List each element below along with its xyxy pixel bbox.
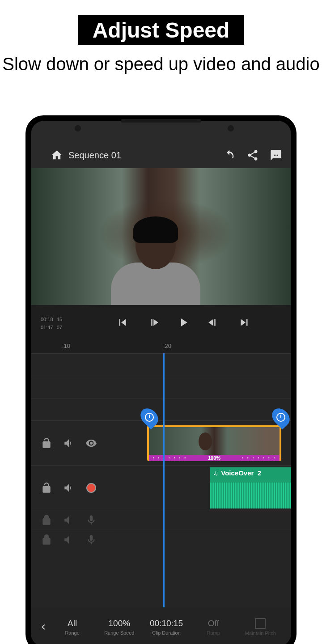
lock-icon[interactable] [41, 437, 52, 449]
skip-start-icon[interactable] [116, 316, 129, 329]
undo-icon[interactable] [223, 149, 236, 161]
mic-icon[interactable] [85, 514, 97, 526]
app-topbar: Sequence 01 [31, 142, 291, 168]
timeline-ruler[interactable]: :10 :20 [31, 340, 291, 353]
audio-track-disabled [31, 510, 291, 530]
back-icon[interactable] [38, 621, 49, 633]
record-icon[interactable] [85, 482, 97, 494]
promo-subtitle: Slow down or speed up video and audio [0, 53, 322, 75]
frame-forward-icon[interactable] [207, 316, 220, 329]
waveform [210, 483, 291, 508]
video-preview[interactable] [31, 168, 291, 305]
promo-header: Adjust Speed Slow down or speed up video… [0, 0, 322, 75]
lock-icon[interactable] [41, 534, 52, 546]
phone-camera [228, 125, 234, 131]
promo-title: Adjust Speed [78, 15, 244, 45]
audio-track-disabled [31, 530, 291, 549]
timecode: 00:18 15 01:47 07 [39, 315, 84, 330]
skip-end-icon[interactable] [237, 316, 251, 329]
volume-icon[interactable] [63, 534, 75, 546]
music-note-icon: ♫ [213, 469, 218, 477]
lock-icon[interactable] [41, 514, 52, 526]
maintain-pitch-control[interactable]: Maintain Pitch [237, 618, 284, 636]
phone-frame: Sequence 01 00:18 15 01:47 07 [25, 115, 297, 644]
range-speed-control[interactable]: 100%Range Speed [96, 619, 143, 636]
speed-controls: AllRange 100%Range Speed 00:10:15Clip Du… [31, 607, 291, 644]
volume-icon[interactable] [63, 437, 75, 449]
lock-icon[interactable] [41, 482, 52, 494]
clip-duration-control[interactable]: 00:10:15Clip Duration [143, 619, 190, 636]
comment-icon[interactable] [270, 149, 282, 161]
share-icon[interactable] [246, 149, 259, 161]
video-clip[interactable]: 100% [147, 425, 281, 461]
track-empty [31, 353, 291, 376]
range-control[interactable]: AllRange [49, 619, 96, 636]
audio-clip[interactable]: ♫VoiceOver_2 [210, 467, 291, 508]
volume-icon[interactable] [63, 514, 75, 526]
eye-icon[interactable] [85, 437, 97, 449]
speed-indicator: 100% [149, 455, 280, 461]
ramp-control[interactable]: OffRamp [190, 619, 237, 636]
mic-icon[interactable] [85, 534, 97, 546]
phone-camera [75, 125, 81, 131]
frame-back-icon[interactable] [146, 316, 160, 329]
track-empty [31, 376, 291, 398]
timeline[interactable]: 100% ♫VoiceOver_2 [31, 353, 291, 607]
video-track[interactable]: 100% [31, 420, 291, 465]
audio-track[interactable]: ♫VoiceOver_2 [31, 465, 291, 510]
home-icon[interactable] [51, 149, 63, 161]
play-icon[interactable] [177, 316, 190, 329]
checkbox-icon [255, 618, 266, 629]
phone-speaker [121, 119, 201, 123]
volume-icon[interactable] [63, 482, 75, 494]
sequence-title: Sequence 01 [68, 150, 212, 161]
track-empty [31, 398, 291, 420]
playhead[interactable] [163, 353, 165, 607]
transport-bar: 00:18 15 01:47 07 [31, 305, 291, 340]
